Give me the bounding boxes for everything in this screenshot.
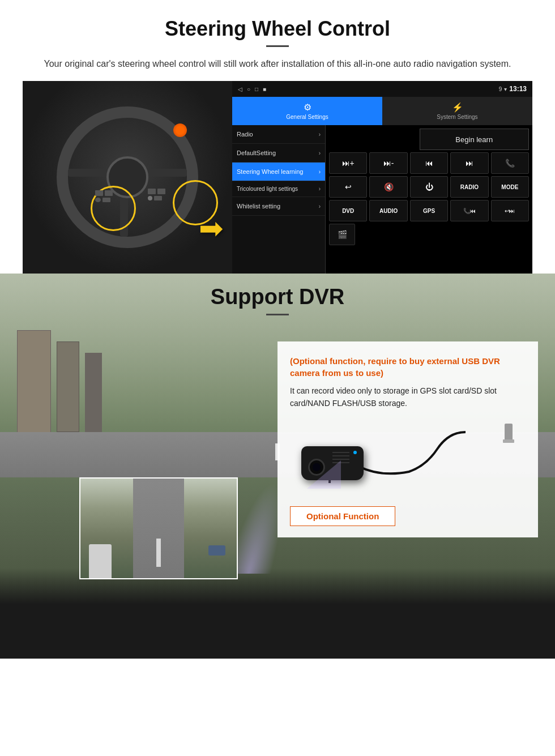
right-btn-row1: [148, 189, 165, 194]
settings-gear-icon: ⚙: [304, 102, 311, 113]
hang-up-button[interactable]: ↩: [329, 176, 367, 198]
yellow-arrow: ➡: [199, 211, 224, 245]
steering-section: Steering Wheel Control Your original car…: [0, 0, 555, 274]
signal-icon: 9: [499, 86, 502, 92]
begin-learn-spacer: [329, 129, 420, 150]
recents-icon: □: [255, 86, 258, 92]
dvr-desc-text: It can record video only to storage in G…: [290, 385, 526, 410]
control-row-2: ↩ 🔇 ⏻ RADIO MODE: [329, 176, 529, 198]
chevron-icon-whitelist: ›: [319, 203, 321, 210]
menu-default-label: DefaultSetting: [237, 150, 276, 156]
thumb-car-1: [208, 545, 225, 556]
thumb-car-white: [89, 544, 112, 578]
left-btn-3: [95, 198, 101, 202]
camera-led: [353, 451, 357, 454]
menu-tricoloured-label: Tricoloured light settings: [237, 186, 298, 192]
tab-system[interactable]: ⚡ System Settings: [382, 97, 532, 125]
begin-learn-button[interactable]: Begin learn: [420, 129, 530, 150]
usb-plug-body: [505, 424, 513, 439]
dvr-info-box: (Optional function, require to buy exter…: [278, 341, 538, 537]
dvd-button[interactable]: DVD: [329, 200, 367, 221]
begin-learn-row: Begin learn: [329, 129, 529, 150]
sw-spoke-right: [142, 169, 187, 177]
chevron-icon-steering: ›: [319, 169, 321, 175]
menu-default-setting[interactable]: DefaultSetting ›: [232, 144, 325, 163]
control-row-4: 🎬: [329, 224, 529, 245]
statusbar-time: 13:13: [509, 85, 527, 93]
left-btn-row1: [95, 190, 113, 196]
power-button[interactable]: ⏻: [410, 176, 448, 198]
camera-beam: [307, 460, 341, 489]
chevron-icon-radio: ›: [319, 131, 321, 138]
usb-assembly: [503, 424, 514, 443]
building-2: [57, 341, 79, 432]
vol-up-button[interactable]: ⏭+: [329, 152, 367, 174]
statusbar-right: 9 ▾ 13:13: [499, 85, 527, 93]
wifi-icon: ▾: [504, 86, 507, 92]
tab-general[interactable]: ⚙ General Settings: [232, 97, 382, 125]
tab-system-label: System Settings: [437, 114, 477, 120]
menu-icon: ■: [263, 86, 266, 92]
mode-button[interactable]: MODE: [491, 176, 529, 198]
menu-list: Radio › DefaultSetting › Steering Wheel …: [232, 125, 326, 274]
system-icon: ⚡: [452, 102, 463, 113]
left-btn-1: [95, 190, 103, 196]
vent-3: [332, 459, 349, 460]
dvr-section: Support DVR (Optional function, require …: [0, 274, 555, 659]
steering-photo: ➡: [23, 81, 232, 274]
dvr-optional-text: (Optional function, require to buy exter…: [290, 355, 526, 379]
menu-steering-wheel[interactable]: Steering Wheel learning ›: [232, 163, 325, 181]
usb-plug-base: [503, 439, 514, 443]
sw-indicator: [173, 123, 187, 137]
optional-function-button[interactable]: Optional Function: [290, 506, 395, 526]
steering-wheel-bg: ➡: [23, 81, 232, 274]
menu-tricoloured[interactable]: Tricoloured light settings ›: [232, 181, 325, 197]
menu-whitelist[interactable]: Whitelist setting ›: [232, 197, 325, 216]
back-icon: ◁: [238, 86, 242, 92]
left-btn-2: [105, 190, 113, 196]
prev-track-button[interactable]: ⏮: [410, 152, 448, 174]
next-track-button[interactable]: ⏭: [450, 152, 488, 174]
radio-button[interactable]: RADIO: [450, 176, 488, 198]
dvr-divider: [266, 314, 289, 315]
right-btn-row2: [148, 196, 165, 200]
home-icon: ○: [247, 86, 250, 92]
thumbnail-bg: [80, 479, 237, 578]
control-row-3: DVD AUDIO GPS 📞⏮ ↩⏭: [329, 200, 529, 221]
dvr-title-area: Support DVR: [0, 285, 555, 315]
steering-wheel: [57, 106, 198, 248]
control-row-1: ⏭+ ⏭- ⏮ ⏭ 📞: [329, 152, 529, 174]
right-btn-3: [148, 196, 152, 200]
dvr-icon-button[interactable]: 🎬: [329, 224, 355, 245]
right-buttons: [148, 189, 165, 200]
android-tabs[interactable]: ⚙ General Settings ⚡ System Settings: [232, 97, 532, 125]
building-3: [85, 353, 102, 432]
menu-whitelist-label: Whitelist setting: [237, 203, 280, 210]
mute-button[interactable]: 🔇: [369, 176, 407, 198]
left-btn-row2: [95, 198, 113, 202]
audio-button[interactable]: AUDIO: [369, 200, 407, 221]
vol-down-button[interactable]: ⏭-: [369, 152, 407, 174]
chevron-icon-tricoloured: ›: [319, 186, 321, 192]
dvr-title: Support DVR: [0, 285, 555, 309]
android-statusbar: ◁ ○ □ ■ 9 ▾ 13:13: [232, 81, 532, 97]
building-1: [17, 330, 51, 443]
dvr-thumbnail: [79, 477, 238, 579]
gps-button[interactable]: GPS: [410, 200, 448, 221]
statusbar-icons: ◁ ○ □ ■: [238, 86, 266, 92]
call-prev-button[interactable]: 📞⏮: [450, 200, 488, 221]
controls-panel: Begin learn ⏭+ ⏭- ⏮ ⏭ 📞 ↩ 🔇 ⏻: [326, 125, 532, 274]
right-btn-4: [154, 196, 162, 200]
tab-general-label: General Settings: [286, 114, 328, 120]
vent-2: [332, 455, 349, 456]
menu-radio[interactable]: Radio ›: [232, 125, 325, 144]
phone-button[interactable]: 📞: [491, 152, 529, 174]
dvr-dashboard: [0, 568, 555, 659]
call-next-button[interactable]: ↩⏭: [491, 200, 529, 221]
steering-title: Steering Wheel Control: [23, 17, 532, 41]
chevron-icon-default: ›: [319, 150, 321, 156]
android-body: Radio › DefaultSetting › Steering Wheel …: [232, 125, 532, 274]
menu-steering-label: Steering Wheel learning: [237, 168, 303, 175]
dvr-camera-image: [290, 418, 526, 497]
steering-composite: ➡ ◁ ○ □ ■ 9 ▾ 13:13: [23, 81, 532, 274]
